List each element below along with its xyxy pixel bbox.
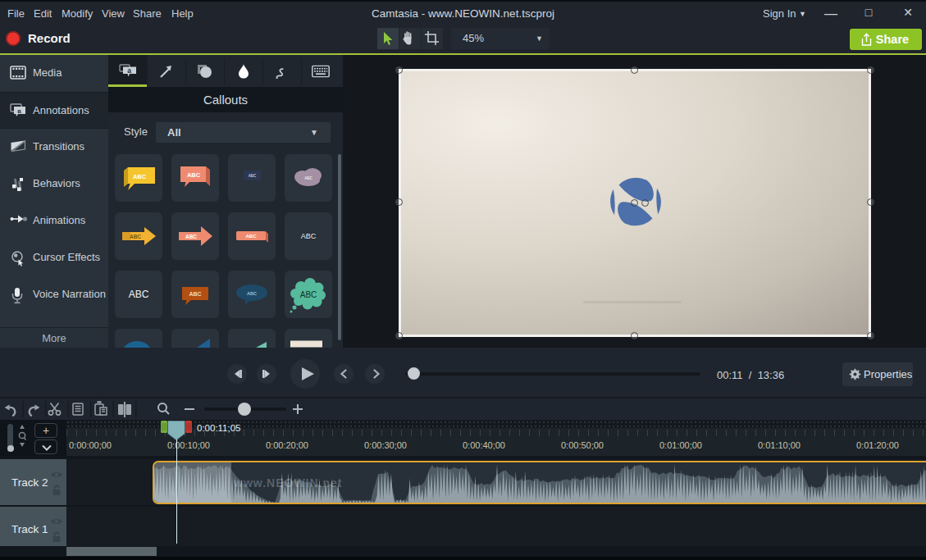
svg-text:ABC: ABC [185, 234, 197, 239]
svg-text:ABC: ABC [189, 291, 201, 297]
svg-text:ABC: ABC [187, 171, 201, 179]
svg-text:ABC: ABC [300, 290, 317, 299]
svg-text:ABC: ABC [133, 173, 147, 180]
svg-text:a: a [17, 107, 21, 115]
svg-text:ABC: ABC [246, 234, 258, 239]
svg-text:ABC: ABC [249, 174, 257, 178]
svg-text:ABC: ABC [129, 289, 149, 300]
svg-text:ABC: ABC [301, 232, 317, 240]
svg-text:ABC: ABC [247, 291, 257, 296]
svg-text:ABC: ABC [304, 176, 312, 180]
svg-text:a: a [127, 66, 131, 74]
svg-text:ABC: ABC [130, 234, 141, 239]
